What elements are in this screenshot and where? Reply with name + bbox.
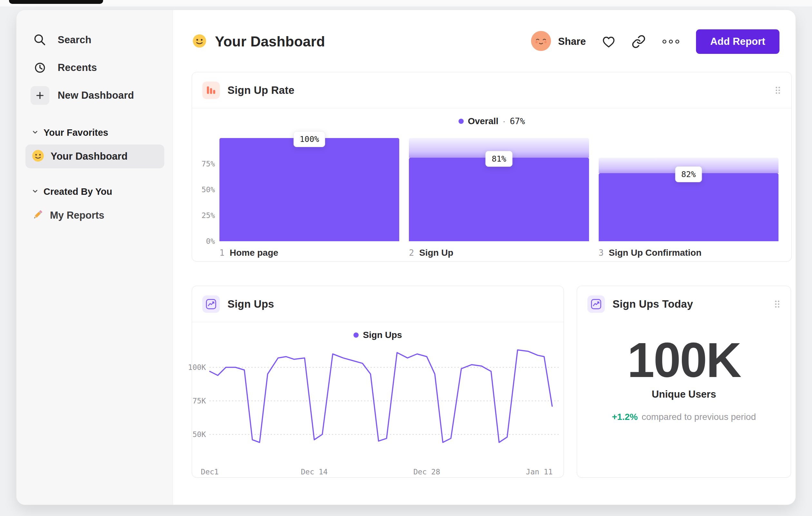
card-header: Sign Ups (192, 286, 563, 322)
step-number: 3 (599, 248, 604, 258)
line-x-tick-label: Dec1 (201, 468, 219, 476)
chevron-down-icon (32, 188, 38, 196)
sidebar-item-label: My Reports (50, 210, 105, 221)
line-x-axis: Dec1Dec 14Dec 28Jan 11 (210, 468, 559, 477)
funnel-bar[interactable] (220, 138, 399, 241)
line-chart-icon (587, 295, 605, 313)
legend-label: Overall (468, 116, 498, 127)
add-report-button[interactable]: Add Report (696, 29, 779, 54)
copy-link-icon[interactable] (632, 34, 646, 49)
card-header: Sign Up Rate (192, 72, 791, 108)
page: { "colors": { "purple": "#7C55F8", "butt… (0, 0, 812, 516)
funnel-y-tick-label: 75% (201, 160, 215, 168)
legend-dot (459, 119, 464, 124)
funnel-step-label: 3Sign Up Confirmation (599, 248, 779, 258)
app-window: Search Recents New Dashboard Your Favori… (16, 10, 796, 505)
more-options-icon[interactable] (661, 38, 680, 45)
step-number: 2 (409, 248, 414, 258)
sidebar-item-new-dashboard[interactable]: New Dashboard (31, 84, 164, 107)
funnel-bar[interactable] (599, 173, 779, 241)
card-title: Sign Ups (228, 298, 274, 310)
legend-dot (353, 332, 359, 338)
line-y-tick-label: 50K (192, 430, 206, 439)
dashboard-header: Your Dashboard Share Ad (192, 29, 779, 55)
main-content: Your Dashboard Share Ad (173, 10, 795, 505)
step-name: Sign Up (419, 248, 453, 258)
line-legend: Sign Ups (192, 330, 563, 340)
funnel-y-tick-label: 50% (201, 185, 215, 194)
card-title: Sign Up Rate (228, 84, 294, 97)
unique-users-value: 100K (577, 334, 791, 386)
line-plot-wrap: 100K75K50K Dec1Dec 14Dec 28Jan 11 (210, 350, 559, 461)
search-icon (31, 31, 49, 49)
delta-row: +1.2% compared to previous period (577, 412, 791, 422)
sidebar-item-your-dashboard[interactable]: Your Dashboard (25, 144, 164, 168)
card-title: Sign Ups Today (613, 298, 693, 310)
funnel-y-axis: 75%50%25%0% (196, 138, 215, 241)
favorite-heart-icon[interactable] (601, 34, 616, 49)
funnel-step-column[interactable]: 100% (220, 138, 399, 241)
card-header: Sign Ups Today (577, 286, 791, 322)
section-title: Created By You (44, 186, 112, 197)
sign-ups-card: Sign Ups Sign Ups 100K75K50K Dec1Dec 14D… (192, 286, 564, 478)
sign-ups-line-series[interactable] (210, 350, 552, 442)
drag-handle-icon[interactable] (775, 86, 781, 95)
step-number: 1 (220, 248, 225, 258)
section-created-by-you[interactable]: Created By You (32, 186, 164, 197)
smiley-emoji-icon (31, 149, 45, 164)
section-your-favorites[interactable]: Your Favorites (32, 127, 164, 138)
funnel-bar[interactable] (409, 158, 589, 241)
background-window-tab (9, 0, 103, 4)
dashboard-title-group: Your Dashboard (192, 33, 325, 50)
sidebar-item-search[interactable]: Search (31, 29, 164, 51)
line-chart-svg[interactable] (210, 350, 559, 461)
conversion-tooltip: 100% (294, 131, 325, 147)
line-y-axis: 100K75K50K (188, 350, 206, 461)
funnel-step-column[interactable]: 82% (599, 138, 779, 241)
line-x-tick-label: Dec 28 (413, 468, 440, 476)
funnel-plot-wrap: 75%50%25%0% 100%81%82% (220, 138, 779, 241)
share-button[interactable]: Share (531, 31, 586, 52)
funnel-step-column[interactable]: 81% (409, 138, 589, 241)
sidebar-item-recents[interactable]: Recents (31, 56, 164, 79)
clock-icon (31, 58, 49, 77)
unique-users-label: Unique Users (577, 389, 791, 400)
sign-ups-today-card: Sign Ups Today 100K Unique Users +1.2% c… (577, 286, 791, 478)
line-x-tick-label: Dec 14 (301, 468, 328, 476)
conversion-tooltip: 82% (675, 166, 702, 182)
sidebar: Search Recents New Dashboard Your Favori… (17, 10, 173, 505)
sidebar-item-label: Recents (58, 62, 97, 74)
funnel-step-label: 1Home page (220, 248, 399, 258)
funnel-y-tick-label: 0% (206, 237, 215, 245)
step-name: Home page (230, 248, 279, 258)
sidebar-item-label: Your Dashboard (51, 151, 127, 162)
share-label: Share (558, 36, 586, 47)
funnel-y-tick-label: 25% (201, 211, 215, 220)
legend-value: 67% (510, 116, 525, 126)
funnel-step-label: 2Sign Up (409, 248, 589, 258)
legend-label: Sign Ups (363, 330, 402, 340)
funnel-x-labels: 1Home page2Sign Up3Sign Up Confirmation (220, 248, 779, 258)
sidebar-item-label: Search (58, 34, 91, 46)
smiley-emoji-icon (192, 33, 207, 50)
line-y-tick-label: 100K (188, 363, 206, 372)
funnel-plot: 100%81%82% (220, 138, 779, 241)
legend-separator: · (503, 116, 505, 127)
funnel-legend: Overall · 67% (192, 116, 791, 127)
conversion-tooltip: 81% (486, 151, 512, 167)
header-actions: Share Add Report (531, 29, 779, 54)
avatar[interactable] (531, 31, 551, 52)
delta-note: compared to previous period (642, 412, 756, 422)
pencil-icon (31, 208, 44, 222)
line-chart-icon (202, 295, 220, 313)
sidebar-item-my-reports[interactable]: My Reports (25, 203, 164, 227)
delta-value: +1.2% (612, 412, 638, 422)
plus-icon (31, 86, 49, 105)
sign-up-rate-card: Sign Up Rate Overall · 67% 75%50%25%0% 1… (192, 72, 792, 262)
desktop-top-strip (0, 0, 812, 6)
drag-handle-icon[interactable] (774, 300, 780, 309)
line-x-tick-label: Jan 11 (526, 468, 553, 476)
page-title: Your Dashboard (215, 33, 325, 50)
sidebar-item-label: New Dashboard (58, 90, 134, 101)
section-title: Your Favorites (44, 127, 108, 138)
